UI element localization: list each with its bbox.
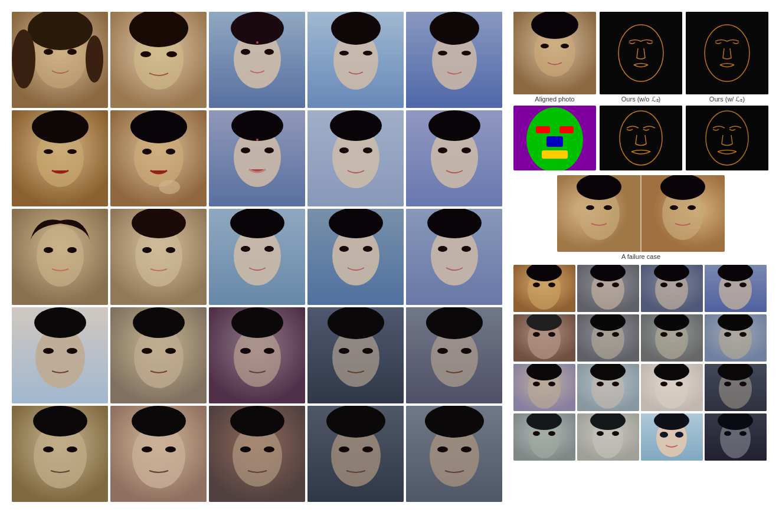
right-panel: Aligned photo [513,12,768,520]
svg-point-57 [44,247,53,253]
svg-point-30 [32,110,89,143]
face-cell-r3c2 [110,209,207,305]
svg-point-155 [660,175,705,200]
svg-point-61 [132,209,186,238]
svg-point-47 [330,110,382,141]
svg-point-228 [612,431,619,436]
face-cell-r2c2 [110,110,207,206]
svg-point-121 [326,406,385,438]
svg-point-103 [461,348,472,354]
svg-point-73 [363,246,372,252]
svg-point-52 [428,110,480,141]
face-cell-r4c2 [110,307,207,403]
face-cell-r4c3 [209,307,305,403]
small-cell-r2c4 [705,314,767,362]
small-cell-r1c1 [513,265,575,312]
face-cell-r5c3 [209,406,305,502]
svg-point-108 [67,446,77,452]
svg-point-87 [142,348,152,354]
svg-point-178 [739,283,747,287]
svg-point-66 [230,209,284,238]
svg-point-16 [264,49,274,55]
svg-point-32 [67,149,77,154]
svg-point-118 [264,446,274,452]
svg-point-72 [339,246,349,252]
svg-point-92 [240,348,251,354]
svg-point-212 [660,382,667,386]
small-cell-r3c2 [577,364,639,411]
svg-point-77 [438,246,447,252]
ours-without-l2-item: Ours (w/o ℒ₂) [600,12,682,103]
svg-point-42 [241,147,250,153]
svg-point-107 [43,446,54,452]
face-cell-r5c1 [12,406,108,502]
svg-rect-141 [559,126,574,133]
svg-point-86 [133,307,185,338]
svg-point-6 [67,49,77,55]
svg-rect-143 [542,150,568,159]
svg-rect-140 [536,126,550,133]
small-row-3 [513,364,768,411]
small-cell-r4c1 [513,413,575,461]
svg-point-78 [461,246,471,252]
svg-point-198 [739,332,747,337]
aligned-photo-row: Aligned photo [513,12,768,103]
svg-point-122 [339,446,349,452]
svg-point-213 [676,382,683,386]
face-cell-r3c1 [12,209,108,305]
svg-point-14 [231,12,284,45]
ours-without-l2-image [600,12,682,94]
svg-point-22 [363,51,372,55]
svg-point-31 [44,149,53,154]
svg-point-177 [724,283,731,287]
svg-point-41 [231,110,283,141]
svg-point-58 [67,247,77,253]
face-cell-r2c4 [307,110,404,206]
svg-point-38 [159,180,180,194]
face-cell-r5c5 [406,406,502,502]
main-container: Aligned photo [0,0,779,532]
aligned-photo-image [513,12,596,94]
svg-point-97 [339,348,349,354]
svg-point-26 [438,51,447,55]
svg-point-232 [660,432,668,438]
face-cell-r1c4 [307,12,404,108]
small-row-2 [513,314,768,362]
face-cell-r4c1 [12,307,108,403]
svg-point-223 [548,431,555,436]
face-cell-r3c5 [406,209,502,305]
small-cell-r2c2 [577,314,639,362]
svg-point-202 [533,382,540,386]
svg-point-151 [577,175,621,200]
svg-point-37 [166,149,175,155]
svg-point-10 [140,51,151,57]
svg-point-21 [339,51,349,55]
face-row-1 [12,12,508,108]
svg-point-238 [739,431,747,436]
svg-point-20 [331,12,381,45]
svg-point-98 [362,348,373,354]
bottom-right-grid [513,265,768,461]
svg-point-96 [328,307,384,339]
segmentation-mask [513,106,596,170]
svg-point-54 [461,147,471,153]
small-cell-r2c1 [513,314,575,362]
face-row-5 [12,406,508,502]
svg-point-217 [724,382,731,386]
svg-point-27 [461,51,471,55]
face-cell-r5c4 [307,406,404,502]
svg-point-227 [597,431,604,436]
svg-point-44 [256,139,258,141]
ours-without-l2-label: Ours (w/o ℒ₂) [621,96,660,103]
svg-point-91 [231,307,283,338]
small-cell-r2c3 [641,314,703,362]
face-cell-r2c3 [209,110,305,206]
svg-point-106 [33,406,87,436]
svg-point-62 [142,247,152,253]
svg-point-48 [339,147,349,153]
svg-point-152 [586,205,594,210]
face-cell-r2c5 [406,110,502,206]
svg-point-3 [12,29,35,88]
svg-point-117 [240,446,251,452]
svg-point-113 [165,446,176,452]
